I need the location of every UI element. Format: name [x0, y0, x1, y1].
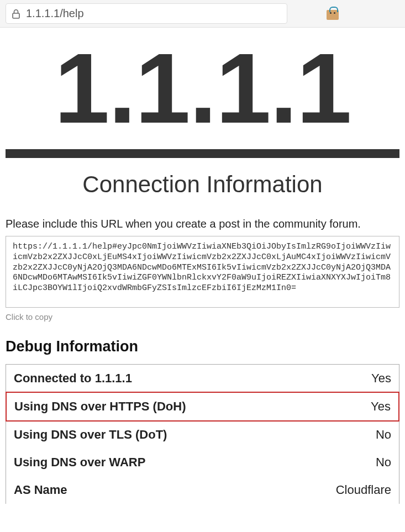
row-label: Using DNS over WARP — [14, 455, 145, 470]
row-value: Cloudflare — [336, 483, 391, 497]
extension-icon[interactable] — [327, 8, 339, 20]
page-content: 1.1.1.1 Connection Information Please in… — [0, 28, 405, 504]
browser-address-bar: 1.1.1.1/help — [0, 0, 405, 28]
row-value: No — [376, 455, 391, 470]
row-label: Connected to 1.1.1.1 — [14, 371, 132, 386]
url-text: 1.1.1.1/help — [26, 7, 84, 20]
row-label: Using DNS over TLS (DoT) — [14, 428, 167, 442]
page-title: 1.1.1.1 — [6, 28, 399, 144]
row-label: AS Name — [14, 483, 67, 497]
table-row: Using DNS over WARPNo — [6, 449, 399, 476]
row-value: No — [376, 428, 391, 442]
page-subtitle: Connection Information — [6, 171, 399, 198]
debug-heading: Debug Information — [6, 338, 399, 355]
title-divider — [6, 149, 399, 158]
click-to-copy-hint[interactable]: Click to copy — [6, 312, 399, 322]
url-field[interactable]: 1.1.1.1/help — [6, 3, 287, 24]
debug-url-box[interactable]: https://1.1.1.1/help#eyJpc0NmIjoiWWVzIiw… — [6, 236, 399, 308]
table-row: Using DNS over TLS (DoT)No — [6, 421, 399, 449]
svg-rect-0 — [13, 13, 19, 18]
lock-icon — [12, 9, 20, 19]
row-value: Yes — [371, 399, 391, 414]
instruction-text: Please include this URL when you create … — [6, 218, 399, 230]
table-row: Connected to 1.1.1.1Yes — [6, 365, 399, 392]
row-value: Yes — [371, 371, 391, 386]
table-row: AS NameCloudflare — [6, 476, 399, 504]
table-row: Using DNS over HTTPS (DoH)Yes — [6, 392, 399, 422]
debug-table: Connected to 1.1.1.1YesUsing DNS over HT… — [6, 364, 399, 504]
row-label: Using DNS over HTTPS (DoH) — [14, 399, 186, 414]
